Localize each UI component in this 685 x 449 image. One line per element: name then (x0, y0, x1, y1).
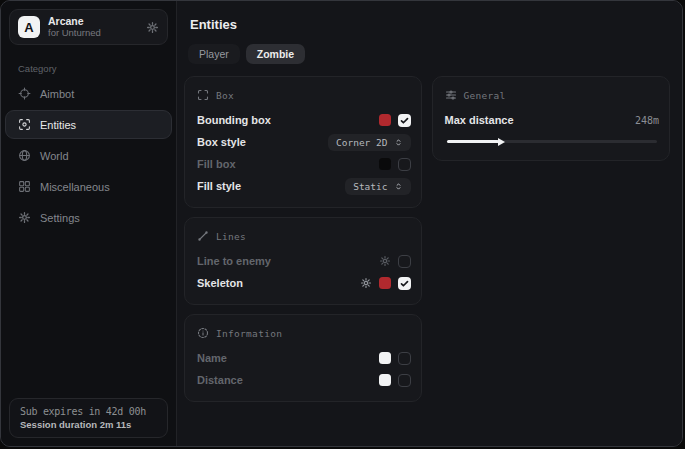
entities-scan-icon (18, 118, 31, 131)
chevrons-up-down-icon (394, 182, 403, 191)
max-distance-value: 248m (635, 115, 659, 126)
setting-label: Box style (197, 136, 246, 148)
main-content: Entities Player Zombie Box Bounding box (177, 1, 682, 446)
lines-card-header: Lines (197, 228, 411, 244)
app-window: A Arcane for Unturned Category Aimbot (0, 0, 683, 447)
lines-card: Lines Line to enemy Skeleton (184, 217, 422, 305)
fill-style-row: Fill style Static (197, 175, 411, 197)
fill-box-row: Fill box (197, 153, 411, 175)
gear-icon[interactable] (379, 255, 391, 267)
skeleton-checkbox[interactable] (398, 277, 411, 290)
sidebar-item-world[interactable]: World (5, 141, 172, 170)
tab-zombie[interactable]: Zombie (246, 44, 305, 64)
fill-style-dropdown[interactable]: Static (345, 178, 410, 195)
slider-fill (447, 140, 499, 143)
setting-label: Line to enemy (197, 255, 271, 267)
setting-label: Fill style (197, 180, 241, 192)
grid-icon (18, 180, 31, 193)
information-card-header: Information (197, 325, 411, 341)
sliders-icon (445, 89, 457, 101)
color-swatch[interactable] (379, 352, 391, 364)
sidebar-item-label: Miscellaneous (40, 181, 110, 193)
app-logo: A (18, 16, 40, 38)
skeleton-row: Skeleton (197, 272, 411, 294)
tab-player[interactable]: Player (188, 44, 240, 64)
gear-icon (18, 211, 31, 224)
setting-label: Skeleton (197, 277, 243, 289)
card-title: Lines (216, 231, 246, 242)
setting-label: Bounding box (197, 114, 271, 126)
fill-box-checkbox[interactable] (398, 158, 411, 171)
sub-expiry-text: Sub expires in 42d 00h (20, 406, 157, 417)
sidebar-nav: Aimbot Entities World Miscellaneous (1, 78, 176, 233)
name-row: Name (197, 347, 411, 369)
bounding-box-row: Bounding box (197, 109, 411, 131)
gear-icon[interactable] (146, 21, 159, 34)
color-swatch[interactable] (379, 158, 391, 170)
entity-tabs: Player Zombie (188, 44, 670, 64)
box-style-row: Box style Corner 2D (197, 131, 411, 153)
box-card: Box Bounding box Box style (184, 76, 422, 208)
sidebar: A Arcane for Unturned Category Aimbot (1, 1, 177, 446)
globe-icon (18, 149, 31, 162)
crosshair-icon (18, 87, 31, 100)
sidebar-item-settings[interactable]: Settings (5, 203, 172, 232)
sidebar-item-label: World (40, 150, 69, 162)
color-swatch[interactable] (379, 114, 391, 126)
setting-label: Fill box (197, 158, 236, 170)
card-title: Information (216, 328, 282, 339)
brand-card: A Arcane for Unturned (9, 9, 168, 45)
box-corners-icon (197, 89, 209, 101)
sidebar-item-label: Aimbot (40, 88, 74, 100)
color-swatch[interactable] (379, 277, 391, 289)
slider-thumb[interactable] (498, 138, 505, 146)
brand-text: Arcane for Unturned (48, 16, 138, 38)
box-style-dropdown[interactable]: Corner 2D (328, 134, 410, 151)
chevrons-up-down-icon (394, 138, 403, 147)
general-card: General Max distance 248m (432, 76, 671, 161)
card-title: General (464, 90, 506, 101)
box-card-header: Box (197, 87, 411, 103)
page-title: Entities (190, 17, 670, 32)
diagonal-line-icon (197, 230, 209, 242)
sidebar-item-label: Entities (40, 119, 76, 131)
dropdown-value: Corner 2D (336, 137, 387, 148)
information-card: Information Name Distance (184, 314, 422, 402)
line-to-enemy-checkbox[interactable] (398, 255, 411, 268)
dropdown-value: Static (353, 181, 387, 192)
setting-label: Max distance (445, 114, 514, 126)
name-checkbox[interactable] (398, 352, 411, 365)
max-distance-row: Max distance 248m (445, 109, 660, 131)
sidebar-item-entities[interactable]: Entities (5, 110, 172, 139)
card-title: Box (216, 90, 234, 101)
app-name: Arcane (48, 16, 138, 28)
distance-row: Distance (197, 369, 411, 391)
bounding-box-checkbox[interactable] (398, 114, 411, 127)
setting-label: Distance (197, 374, 243, 386)
general-card-header: General (445, 87, 660, 103)
session-duration-text: Session duration 2m 11s (20, 419, 157, 430)
max-distance-slider[interactable] (447, 140, 658, 143)
color-swatch[interactable] (379, 374, 391, 386)
sidebar-item-miscellaneous[interactable]: Miscellaneous (5, 172, 172, 201)
line-to-enemy-row: Line to enemy (197, 250, 411, 272)
sidebar-item-aimbot[interactable]: Aimbot (5, 79, 172, 108)
sidebar-item-label: Settings (40, 212, 80, 224)
category-label: Category (18, 63, 176, 74)
distance-checkbox[interactable] (398, 374, 411, 387)
info-circle-icon (197, 327, 209, 339)
gear-icon[interactable] (360, 277, 372, 289)
setting-label: Name (197, 352, 227, 364)
app-subtitle: for Unturned (48, 28, 138, 38)
subscription-card: Sub expires in 42d 00h Session duration … (9, 398, 168, 438)
